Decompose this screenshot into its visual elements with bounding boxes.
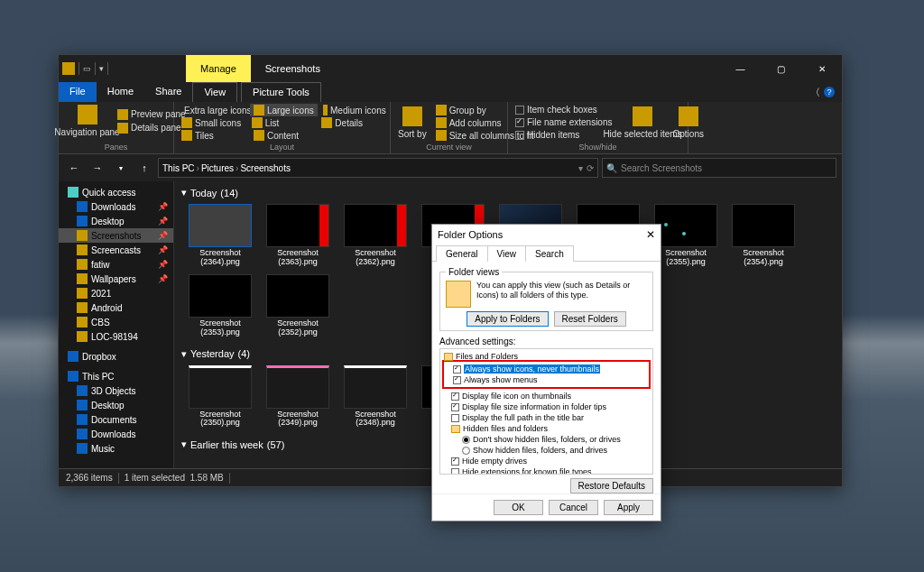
breadcrumb[interactable]: This PC › Pictures › Screenshots ▾ ⟳ (158, 158, 598, 178)
adv-hide-empty-drives[interactable]: Hide empty drives (444, 456, 649, 466)
adv-always-show-menus[interactable]: Always show menus (446, 374, 647, 385)
layout-large[interactable]: Large icons (250, 104, 318, 116)
advanced-settings-tree[interactable]: Files and Folders Always show icons, nev… (439, 348, 653, 475)
file-item[interactable]: Screenshot (2354).png (732, 204, 795, 267)
sidebar-cbs[interactable]: CBS (59, 315, 173, 329)
sidebar-documents[interactable]: Documents (59, 412, 173, 427)
forward-button[interactable]: → (88, 158, 107, 178)
sidebar-music[interactable]: Music (59, 441, 173, 456)
file-item[interactable]: Screenshot (2353).png (189, 274, 252, 337)
search-icon: 🔍 (606, 163, 617, 173)
adv-full-path-titlebar[interactable]: Display the full path in the title bar (444, 412, 649, 423)
sidebar-fatiw[interactable]: fatiw📌 (59, 257, 173, 272)
pin-icon: 📌 (158, 274, 168, 283)
ribbon-group-label: Layout (178, 142, 386, 152)
restore-defaults-button[interactable]: Restore Defaults (570, 478, 653, 494)
sidebar-quick-access[interactable]: Quick access (59, 185, 173, 199)
layout-medium[interactable]: Medium icons (319, 104, 390, 116)
refresh-icon[interactable]: ⟳ (587, 163, 594, 173)
adv-show-hidden[interactable]: Show hidden files, folders, and drives (444, 445, 649, 456)
layout-tiles[interactable]: Tiles (178, 129, 248, 142)
hidden-items-toggle[interactable]: Hidden items (512, 129, 616, 141)
up-button[interactable]: ↑ (134, 158, 154, 178)
hide-selected-button[interactable]: Hide selected items (618, 106, 668, 140)
breadcrumb-pictures[interactable]: Pictures (201, 163, 234, 173)
sidebar-downloads[interactable]: Downloads📌 (59, 199, 173, 214)
dialog-title-bar: Folder Options ✕ (432, 225, 661, 244)
layout-small[interactable]: Small icons (178, 116, 246, 129)
sidebar-loc[interactable]: LOC-98194 (59, 329, 173, 344)
cancel-button[interactable]: Cancel (549, 500, 598, 515)
menu-share[interactable]: Share (144, 82, 192, 102)
file-item[interactable]: Screenshot (2352).png (266, 274, 329, 337)
layout-extra-large[interactable]: Extra large icons (178, 104, 248, 116)
qat-btn-1[interactable]: ▭ (83, 64, 91, 73)
breadcrumb-dropdown-icon[interactable]: ▾ (578, 163, 583, 173)
ribbon-group-label: Current view (394, 142, 504, 152)
sidebar-dropbox[interactable]: Dropbox (59, 349, 173, 364)
sidebar-screencasts[interactable]: Screencasts📌 (59, 243, 173, 257)
sidebar-this-pc[interactable]: This PC (59, 369, 173, 383)
layout-details[interactable]: Details (318, 116, 386, 129)
close-button[interactable]: ✕ (801, 55, 842, 82)
context-tab-manage[interactable]: Manage (186, 55, 251, 82)
layout-content[interactable]: Content (250, 129, 320, 142)
folder-views-group: Folder views You can apply this view (su… (439, 267, 653, 331)
layout-list[interactable]: List (248, 116, 317, 129)
sidebar-desktop[interactable]: Desktop📌 (59, 214, 173, 228)
tab-search[interactable]: Search (525, 245, 574, 262)
folder-icon (77, 331, 88, 342)
minimize-button[interactable]: — (720, 55, 761, 82)
file-item[interactable]: Screenshot (2350).png (189, 365, 252, 429)
sidebar-pc-downloads[interactable]: Downloads (59, 427, 173, 441)
sort-by-button[interactable]: Sort by (394, 106, 430, 140)
file-item[interactable]: Screenshot (2363).png (266, 204, 329, 267)
maximize-button[interactable]: ▢ (761, 55, 801, 82)
menu-view[interactable]: View (192, 82, 237, 102)
sidebar-screenshots[interactable]: Screenshots📌 (59, 228, 173, 243)
file-item[interactable]: Screenshot (2349).png (266, 365, 329, 429)
options-button[interactable]: Options (670, 106, 707, 140)
folder-options-dialog: Folder Options ✕ General View Search Fol… (431, 224, 661, 521)
apply-to-folders-button[interactable]: Apply to Folders (467, 311, 548, 327)
folder-icon (77, 288, 88, 299)
file-item[interactable]: Screenshot (2355).png (654, 204, 717, 267)
sidebar-android[interactable]: Android (59, 300, 173, 315)
pin-icon: 📌 (158, 217, 168, 226)
back-button[interactable]: ← (64, 158, 84, 178)
breadcrumb-screenshots[interactable]: Screenshots (240, 163, 291, 173)
item-checkboxes-toggle[interactable]: Item check boxes (512, 104, 616, 115)
tab-view[interactable]: View (487, 245, 527, 262)
file-item[interactable]: Screenshot (2348).png (344, 365, 407, 429)
file-extensions-toggle[interactable]: File name extensions (512, 116, 616, 128)
help-icon[interactable]: ? (824, 87, 835, 97)
apply-button[interactable]: Apply (604, 500, 653, 515)
adv-dont-show-hidden[interactable]: Don't show hidden files, folders, or dri… (444, 434, 649, 445)
sidebar-2021[interactable]: 2021 (59, 286, 173, 300)
dialog-close-icon[interactable]: ✕ (646, 228, 655, 241)
folder-icon (451, 425, 460, 433)
file-item[interactable]: Screenshot (2362).png (344, 204, 407, 267)
sidebar-3d-objects[interactable]: 3D Objects (59, 383, 173, 398)
adv-always-show-icons[interactable]: Always show icons, never thumbnails (446, 364, 647, 374)
sidebar-wallpapers[interactable]: Wallpapers📌 (59, 272, 173, 286)
adv-hide-extensions[interactable]: Hide extensions for known file types (444, 466, 649, 475)
recent-dropdown[interactable]: ▾ (111, 158, 131, 178)
advanced-settings-label: Advanced settings: (439, 337, 653, 346)
menu-home[interactable]: Home (97, 82, 144, 102)
adv-display-file-size[interactable]: Display file size information in folder … (444, 401, 649, 412)
file-item[interactable]: Screenshot (2364).png (189, 204, 252, 267)
group-header-today[interactable]: ▾Today(14) (181, 185, 835, 200)
navigation-pane-button[interactable]: Navigation pane (62, 104, 112, 138)
adv-display-file-icon[interactable]: Display file icon on thumbnails (444, 391, 649, 401)
search-box[interactable]: 🔍 Search Screenshots (602, 158, 836, 178)
breadcrumb-root[interactable]: This PC (162, 163, 195, 173)
menu-file[interactable]: File (59, 82, 97, 102)
qat-btn-2[interactable]: ▾ (99, 64, 104, 73)
ribbon-collapse-icon[interactable]: 〈 (810, 86, 820, 99)
reset-folders-button[interactable]: Reset Folders (554, 311, 626, 327)
menu-picture-tools[interactable]: Picture Tools (241, 82, 321, 102)
ok-button[interactable]: OK (494, 500, 543, 515)
sidebar-pc-desktop[interactable]: Desktop (59, 398, 173, 412)
tab-general[interactable]: General (436, 245, 488, 262)
